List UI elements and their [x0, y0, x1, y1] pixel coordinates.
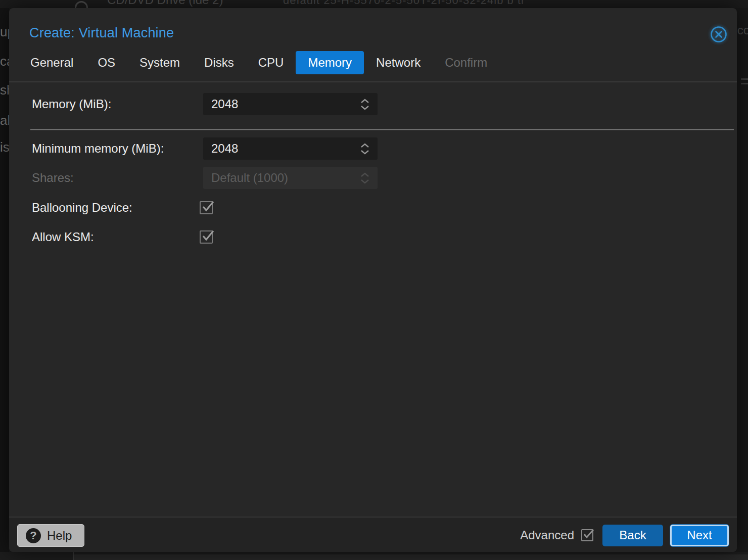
dialog-footer: ? Help Advanced Back Next [9, 517, 737, 552]
close-button[interactable] [710, 25, 728, 43]
radio-circle-icon [75, 1, 88, 8]
tab-os[interactable]: OS [85, 51, 127, 74]
tab-memory[interactable]: Memory [296, 51, 364, 74]
ksm-row: Allow KSM: [23, 230, 723, 244]
bg-menu-fragment: sh [0, 82, 9, 98]
background-left-menu-strip: or up ca sh all iss [0, 0, 9, 560]
spinner-buttons[interactable] [360, 143, 371, 155]
tab-cpu[interactable]: CPU [246, 51, 296, 74]
bg-menu-fragment: all [0, 113, 9, 128]
advanced-checkbox[interactable] [581, 529, 593, 541]
advanced-label: Advanced [520, 528, 574, 542]
background-bottom-strip [0, 552, 748, 560]
check-icon [201, 229, 214, 243]
question-mark-icon: ? [26, 528, 41, 543]
close-icon [710, 26, 727, 43]
tab-system[interactable]: System [127, 51, 192, 74]
dialog-title: Create: Virtual Machine [29, 25, 174, 41]
wizard-tabs: General OS System Disks CPU Memory Netwo… [18, 51, 499, 75]
check-icon [582, 528, 594, 540]
bg-device-value-text: default 25-H-5570-2-5-50T-2I-50-32-24lb … [283, 0, 524, 7]
next-button[interactable]: Next [670, 525, 729, 546]
min-memory-row: Minimum memory (MiB): 2048 [23, 137, 723, 160]
check-icon [201, 200, 214, 213]
memory-label: Memory (MiB): [32, 93, 111, 115]
ksm-label: Allow KSM: [32, 230, 94, 244]
min-memory-label: Minimum memory (MiB): [32, 137, 164, 160]
ksm-checkbox[interactable] [200, 230, 213, 244]
spinner-up-icon [360, 143, 369, 148]
bg-menu-fragment: ca [0, 54, 9, 69]
back-button[interactable]: Back [602, 525, 663, 546]
min-memory-input[interactable]: 2048 [203, 137, 378, 160]
tab-confirm: Confirm [433, 51, 499, 74]
bg-menu-fragment: iss [0, 139, 9, 155]
spinner-up-icon [360, 172, 369, 177]
create-vm-dialog: Create: Virtual Machine General OS Syste… [9, 8, 737, 552]
shares-input: Default (1000) [203, 167, 378, 189]
bg-right-fragment: co [737, 23, 748, 37]
spinner-buttons [360, 172, 371, 184]
min-memory-value: 2048 [211, 142, 360, 156]
bg-menu-fragment: up [0, 24, 9, 40]
shares-row: Shares: Default (1000) [23, 167, 723, 189]
memory-row: Memory (MiB): 2048 [23, 93, 723, 115]
shares-value: Default (1000) [211, 171, 360, 185]
form-separator [30, 129, 734, 130]
spinner-up-icon [360, 99, 369, 104]
tabs-divider [9, 81, 737, 82]
ballooning-row: Ballooning Device: [23, 201, 723, 214]
bg-right-dashes [741, 78, 748, 84]
spinner-buttons[interactable] [360, 99, 371, 110]
ballooning-label: Ballooning Device: [32, 201, 132, 214]
ballooning-checkbox[interactable] [200, 201, 213, 214]
tab-network[interactable]: Network [364, 51, 433, 74]
tab-general[interactable]: General [18, 51, 85, 74]
help-button-label: Help [47, 529, 72, 543]
tab-disks[interactable]: Disks [192, 51, 246, 74]
shares-label: Shares: [32, 167, 74, 189]
memory-value: 2048 [211, 97, 360, 111]
background-hardware-row: CD/DVD Drive (ide 2) default 25-H-5570-2… [0, 0, 748, 8]
memory-input[interactable]: 2048 [203, 93, 378, 115]
spinner-down-icon [360, 150, 369, 155]
help-button[interactable]: ? Help [17, 524, 84, 547]
spinner-down-icon [360, 179, 369, 184]
spinner-down-icon [360, 105, 369, 110]
bg-device-text: CD/DVD Drive (ide 2) [107, 0, 223, 7]
